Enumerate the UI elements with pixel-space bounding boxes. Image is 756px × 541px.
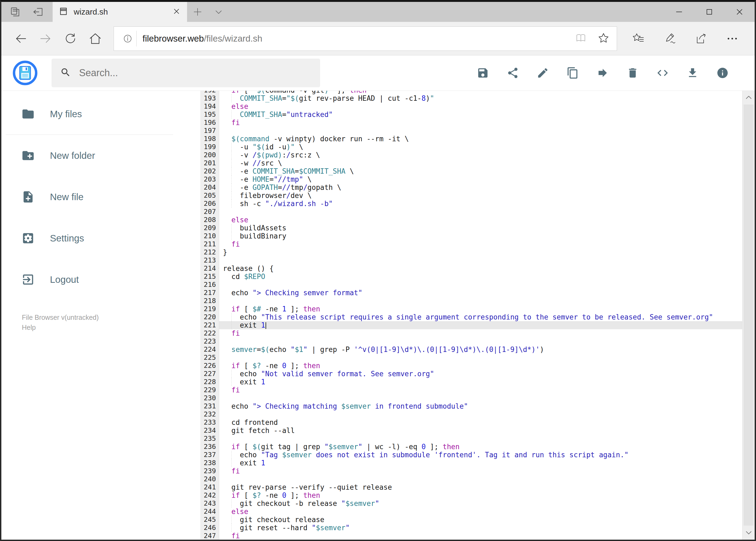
- code-line[interactable]: [219, 297, 742, 305]
- code-line[interactable]: if [ $? -ne 0 ]; then: [219, 362, 742, 370]
- code-pane[interactable]: if [ "$(command -v git)" ]; thenCOMMIT_S…: [219, 91, 742, 540]
- code-line[interactable]: if [ $# -ne 1 ]; then: [219, 305, 742, 313]
- page-scrollbar[interactable]: [742, 91, 755, 540]
- move-button[interactable]: [597, 67, 609, 79]
- code-line[interactable]: else: [219, 507, 742, 516]
- code-line[interactable]: fi: [219, 240, 742, 248]
- more-menu-icon[interactable]: [721, 26, 744, 51]
- code-line[interactable]: semver=$(echo "$1" | grep -P '^v(0|[1-9]…: [219, 345, 742, 353]
- code-line[interactable]: [219, 127, 742, 135]
- url-bar[interactable]: filebrowser.web/files/wizard.sh: [114, 26, 617, 51]
- code-line[interactable]: [219, 435, 742, 443]
- code-line[interactable]: echo "Tag $semver does not exist in subm…: [219, 451, 742, 459]
- code-line[interactable]: buildAssets: [219, 224, 742, 232]
- code-line[interactable]: if [ $? -ne 0 ]; then: [219, 491, 742, 499]
- code-line[interactable]: [219, 256, 742, 265]
- tab-list-chevron-icon[interactable]: [208, 2, 229, 22]
- code-line[interactable]: -v /$(pwd):/src:z \: [219, 151, 742, 159]
- site-info-icon[interactable]: [119, 31, 136, 46]
- code-line[interactable]: release () {: [219, 265, 742, 272]
- filebrowser-logo-icon[interactable]: [13, 61, 38, 85]
- code-line[interactable]: }: [219, 248, 742, 256]
- sidebar-item-new-folder[interactable]: New folder: [1, 135, 200, 176]
- code-line[interactable]: [219, 475, 742, 483]
- sidebar-item-logout[interactable]: Logout: [1, 259, 200, 300]
- home-icon[interactable]: [83, 26, 108, 51]
- code-line[interactable]: COMMIT_SHA="$(git rev-parse HEAD | cut -…: [219, 94, 742, 102]
- copy-button[interactable]: [567, 67, 579, 79]
- code-line[interactable]: git fetch --all: [219, 426, 742, 435]
- code-line[interactable]: cd frontend: [219, 418, 742, 426]
- code-line[interactable]: -e GOPATH=//tmp/gopath \: [219, 184, 742, 192]
- close-button[interactable]: [724, 2, 755, 22]
- favorites-hub-icon[interactable]: [627, 26, 650, 51]
- code-button[interactable]: [656, 67, 669, 79]
- scroll-up-icon[interactable]: [742, 91, 755, 105]
- share-button[interactable]: [507, 67, 519, 79]
- edit-button[interactable]: [537, 67, 549, 79]
- scrollbar-thumb[interactable]: [744, 105, 754, 526]
- code-line[interactable]: fi: [219, 532, 742, 540]
- new-tab-button[interactable]: [187, 2, 208, 22]
- code-line[interactable]: COMMIT_SHA="untracked": [219, 111, 742, 119]
- forward-icon[interactable]: [33, 26, 58, 51]
- code-line[interactable]: [219, 280, 742, 289]
- sidebar-item-new-file[interactable]: New file: [1, 176, 200, 218]
- tab-close-icon[interactable]: [172, 7, 180, 16]
- code-line[interactable]: if [ $(git tag | grep "$semver" | wc -l)…: [219, 443, 742, 451]
- browser-tab[interactable]: wizard.sh: [53, 2, 187, 22]
- code-line[interactable]: filebrowser/dev \: [219, 192, 742, 200]
- reading-view-icon[interactable]: [575, 32, 587, 45]
- refresh-icon[interactable]: [58, 26, 83, 51]
- code-line[interactable]: git checkout release: [219, 516, 742, 524]
- code-line[interactable]: exit 1: [219, 459, 742, 467]
- share-icon[interactable]: [689, 26, 712, 51]
- code-line[interactable]: -e HOME="//tmp" \: [219, 175, 742, 184]
- code-line[interactable]: -e COMMIT_SHA=$COMMIT_SHA \: [219, 167, 742, 175]
- code-line[interactable]: [219, 353, 742, 362]
- download-button[interactable]: [686, 67, 699, 79]
- code-line[interactable]: git checkout -b release "$semver": [219, 499, 742, 507]
- code-line[interactable]: [219, 410, 742, 418]
- code-line[interactable]: $(command -v winpty) docker run --rm -it…: [219, 135, 742, 143]
- code-line[interactable]: else: [219, 102, 742, 111]
- back-icon[interactable]: [8, 26, 33, 51]
- minimize-button[interactable]: [664, 2, 694, 22]
- code-line[interactable]: git reset --hard "$semver": [219, 524, 742, 532]
- code-line[interactable]: if [ "$(command -v git)" ]; then: [219, 91, 742, 94]
- help-link[interactable]: Help: [22, 322, 200, 332]
- code-line[interactable]: echo "> Checking semver format": [219, 289, 742, 297]
- scroll-down-icon[interactable]: [742, 526, 755, 540]
- code-line[interactable]: [219, 394, 742, 402]
- code-line[interactable]: exit 1: [219, 321, 742, 329]
- code-line[interactable]: else: [219, 216, 742, 224]
- maximize-button[interactable]: [694, 2, 724, 22]
- code-line[interactable]: echo "This release script requires a sin…: [219, 313, 742, 321]
- search-input[interactable]: [79, 67, 312, 79]
- code-line[interactable]: fi: [219, 329, 742, 337]
- code-line[interactable]: echo "> Checking matching $semver in fro…: [219, 402, 742, 410]
- tab-preview-icon[interactable]: [8, 5, 22, 19]
- code-line[interactable]: fi: [219, 386, 742, 394]
- code-line[interactable]: fi: [219, 119, 742, 127]
- code-line[interactable]: [219, 337, 742, 345]
- code-line[interactable]: -u "$(id -u)" \: [219, 143, 742, 151]
- info-button[interactable]: [716, 67, 729, 79]
- code-line[interactable]: fi: [219, 467, 742, 475]
- annotate-icon[interactable]: [658, 26, 681, 51]
- code-line[interactable]: git rev-parse --verify --quiet release: [219, 483, 742, 491]
- code-line[interactable]: cd $REPO: [219, 272, 742, 280]
- delete-button[interactable]: [627, 67, 639, 79]
- code-line[interactable]: echo "Not valid semver format. See semve…: [219, 370, 742, 378]
- favorite-star-icon[interactable]: [597, 32, 610, 45]
- code-line[interactable]: -w //src \: [219, 159, 742, 167]
- code-line[interactable]: buildBinary: [219, 232, 742, 240]
- code-line[interactable]: exit 1: [219, 378, 742, 386]
- set-tabs-aside-icon[interactable]: [32, 5, 46, 19]
- code-line[interactable]: sh -c "./wizard.sh -b": [219, 200, 742, 208]
- search-bar[interactable]: [52, 59, 320, 87]
- sidebar-item-my-files[interactable]: My files: [1, 93, 200, 135]
- code-line[interactable]: [219, 208, 742, 216]
- sidebar-item-settings[interactable]: Settings: [1, 218, 200, 259]
- save-button[interactable]: [477, 67, 489, 79]
